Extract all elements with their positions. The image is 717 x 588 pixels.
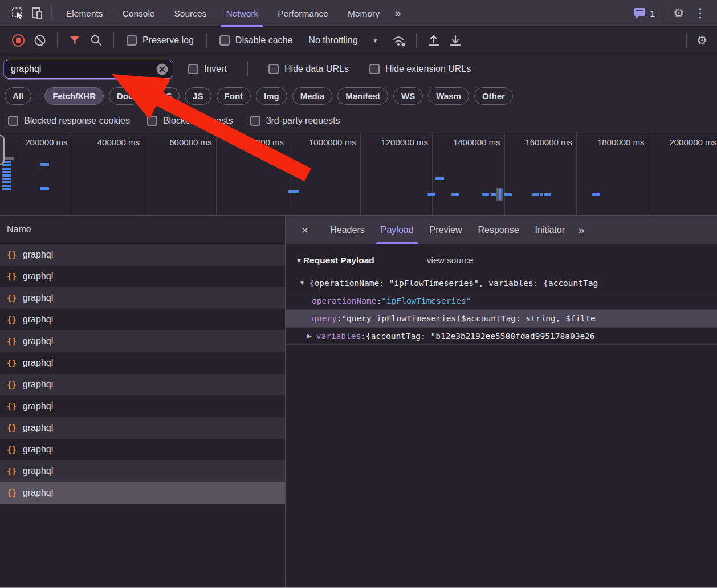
detail-tab-preview[interactable]: Preview (422, 216, 470, 244)
blocked-response-cookies-toggle[interactable]: Blocked response cookies (3, 116, 135, 126)
request-row[interactable]: {}graphql (0, 330, 285, 352)
detail-tab-initiator[interactable]: Initiator (527, 216, 573, 244)
tab-elements[interactable]: Elements (56, 0, 113, 27)
tab-network[interactable]: Network (216, 0, 268, 27)
request-row[interactable]: {}graphql (0, 374, 285, 395)
timeline-request-bar (40, 163, 49, 166)
detail-tab-headers[interactable]: Headers (322, 216, 372, 244)
hide-data-urls-toggle[interactable]: Hide data URLs (264, 64, 353, 74)
speech-bubble-icon (633, 7, 646, 19)
preserve-log-checkbox[interactable] (127, 35, 137, 46)
tab-performance[interactable]: Performance (268, 0, 338, 27)
close-details-icon[interactable]: × (296, 223, 314, 237)
payload-tree-row[interactable]: query: "query ipFlowTimeseries($accountT… (286, 309, 717, 327)
filter-pill-wasm[interactable]: Wasm (428, 87, 469, 105)
payload-tree-row[interactable]: ▶variables: {accountTag: "b12e3b2192ee55… (286, 327, 717, 345)
detail-tab-response[interactable]: Response (470, 216, 527, 244)
request-row[interactable]: {}graphql (0, 417, 285, 439)
filter-pill-fetch-xhr[interactable]: Fetch/XHR (44, 87, 104, 105)
timeline-column: 1000000 ms (288, 133, 361, 215)
filter-pill-manifest[interactable]: Manifest (337, 87, 388, 105)
separator (57, 33, 58, 48)
third-party-requests-checkbox[interactable] (250, 116, 260, 126)
triangle-right-icon[interactable]: ▶ (307, 333, 312, 339)
timeline-request-bar (2, 178, 11, 180)
hide-extension-urls-toggle[interactable]: Hide extension URLs (365, 64, 475, 74)
issues-counter[interactable]: 1 (630, 7, 658, 19)
export-har-button[interactable] (446, 31, 465, 50)
timeline-tick-label: 200000 ms (25, 137, 67, 147)
blocked-requests-checkbox[interactable] (147, 116, 157, 126)
filter-pill-doc[interactable]: Doc (109, 87, 141, 105)
timeline-request-bar (435, 177, 444, 180)
filter-pill-all[interactable]: All (5, 87, 31, 105)
payload-tree-row[interactable]: ▼{operationName: "ipFlowTimeseries", var… (286, 274, 717, 292)
invert-checkbox[interactable] (188, 64, 198, 74)
network-overview-timeline[interactable]: 200000 ms400000 ms600000 ms800000 ms1000… (0, 133, 717, 216)
request-row[interactable]: {}graphql (0, 287, 285, 309)
request-payload-section[interactable]: ▼ Request Payload (296, 255, 374, 266)
inspect-element-icon[interactable] (8, 3, 27, 23)
filter-input[interactable] (5, 60, 172, 79)
timeline-tick-label: 2000000 ms (669, 137, 716, 147)
triangle-down-icon[interactable]: ▼ (299, 280, 305, 286)
hide-extension-urls-checkbox[interactable] (369, 64, 380, 74)
disable-cache-toggle[interactable]: Disable cache (215, 35, 298, 46)
filter-pill-ws[interactable]: WS (393, 87, 423, 105)
request-row[interactable]: {}graphql (0, 352, 285, 374)
tab-console[interactable]: Console (113, 0, 165, 27)
search-button[interactable] (87, 31, 105, 50)
third-party-requests-toggle[interactable]: 3rd-party requests (246, 116, 345, 126)
filter-toggle-button[interactable] (66, 31, 84, 50)
device-toolbar-icon[interactable] (27, 3, 47, 23)
tab-sources[interactable]: Sources (165, 0, 217, 27)
kebab-menu-icon[interactable]: ⋮ (689, 6, 711, 20)
request-row[interactable]: {}graphql (0, 266, 285, 287)
filter-pill-img[interactable]: Img (256, 87, 287, 105)
timeline-request-bar (2, 174, 11, 177)
request-row[interactable]: {}graphql (0, 482, 285, 504)
throttling-select[interactable]: No throttling ▼ (300, 35, 386, 46)
timeline-grip-handle[interactable] (0, 135, 5, 165)
disable-cache-checkbox[interactable] (219, 35, 230, 46)
timeline-request-bar (532, 193, 539, 196)
detail-tab-payload[interactable]: Payload (373, 216, 422, 244)
request-row[interactable]: {}graphql (0, 460, 285, 482)
more-tabs-icon[interactable]: » (389, 7, 406, 19)
tab-memory[interactable]: Memory (338, 0, 389, 27)
blocked-response-cookies-label: Blocked response cookies (24, 116, 130, 126)
network-conditions-button[interactable] (390, 31, 408, 50)
payload-text-segment: query (312, 314, 337, 323)
clear-network-log-button[interactable] (31, 31, 49, 50)
request-row[interactable]: {}graphql (0, 244, 285, 266)
payload-text-segment: variables (316, 332, 361, 341)
more-detail-tabs-icon[interactable]: » (573, 224, 589, 236)
payload-text-segment: operationName (312, 296, 377, 305)
request-row[interactable]: {}graphql (0, 439, 285, 460)
network-settings-gear-icon[interactable]: ⚙ (691, 34, 712, 47)
name-column-header[interactable]: Name (0, 216, 285, 244)
filter-pill-css[interactable]: CSS (146, 87, 180, 105)
invert-toggle[interactable]: Invert (184, 64, 231, 74)
blocked-requests-toggle[interactable]: Blocked requests (142, 116, 238, 126)
import-har-button[interactable] (425, 31, 443, 50)
preserve-log-toggle[interactable]: Preserve log (122, 35, 198, 46)
payload-tree-row[interactable]: operationName: "ipFlowTimeseries" (286, 292, 717, 309)
blocked-response-cookies-checkbox[interactable] (8, 116, 18, 126)
filter-pill-js[interactable]: JS (185, 87, 211, 105)
json-braces-icon: {} (7, 488, 17, 497)
settings-gear-icon[interactable]: ⚙ (668, 6, 689, 20)
request-name-label: graphql (23, 444, 53, 455)
request-row[interactable]: {}graphql (0, 309, 285, 330)
timeline-request-bar (2, 168, 11, 170)
record-network-log-button[interactable] (9, 31, 27, 50)
hide-data-urls-label: Hide data URLs (284, 64, 349, 74)
payload-header: ▼ Request Payload view source (286, 251, 717, 270)
hide-data-urls-checkbox[interactable] (268, 64, 279, 74)
filter-pill-font[interactable]: Font (217, 87, 251, 105)
view-source-link[interactable]: view source (427, 255, 474, 266)
filter-pill-media[interactable]: Media (292, 87, 333, 105)
filter-pill-other[interactable]: Other (474, 87, 513, 105)
request-row[interactable]: {}graphql (0, 395, 285, 417)
clear-filter-icon[interactable] (156, 63, 168, 75)
